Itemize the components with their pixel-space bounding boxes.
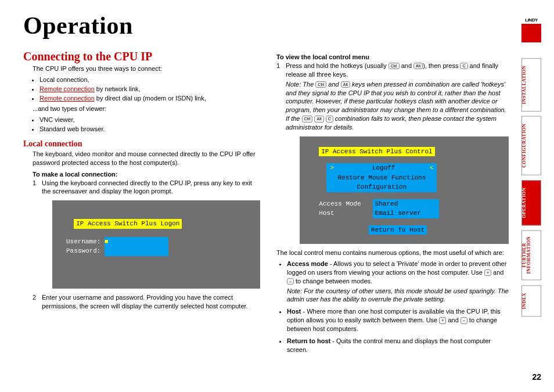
text: by network link,: [95, 85, 141, 92]
connecting-heading: Connecting to the CPU IP: [23, 50, 260, 63]
access-mode-value: Shared: [373, 199, 439, 209]
options-list: Access mode - Allows you to select a 'Pr…: [287, 260, 510, 354]
brand-text: LINDY: [521, 17, 541, 23]
password-field: [105, 246, 168, 256]
left-column: Connecting to the CPU IP The CPU IP offe…: [23, 50, 260, 358]
host-value: Email server: [373, 208, 439, 218]
intro2-text: ...and two types of viewer:: [23, 105, 260, 113]
list-item: Local connection,: [39, 75, 260, 84]
step-2: 2 Enter your username and password. Prov…: [23, 293, 260, 311]
step-number: 1: [276, 62, 282, 79]
username-label: Username:: [66, 238, 100, 245]
list-item: VNC viewer,: [39, 116, 260, 124]
connection-list: Local connection, Remote connection by n…: [39, 75, 260, 103]
post-text: The local control menu contains numerous…: [276, 249, 510, 257]
access-mode-note: Note: For the courtesy of other users, t…: [287, 287, 510, 304]
view-menu-heading: To view the local control menu: [276, 53, 510, 60]
vm-note: Note: The Ctrl and Alt keys when pressed…: [276, 80, 510, 132]
list-item: Return to host - Quits the control menu …: [287, 337, 510, 354]
tab-installation[interactable]: INSTALLATION: [521, 58, 541, 112]
step-text: Using the keyboard connected directly to…: [42, 179, 260, 196]
username-field: ■: [105, 237, 168, 247]
logoff-option: Logoff: [372, 164, 395, 171]
list-item: Remote connection by network link,: [39, 85, 260, 93]
access-mode-label: Access Mode: [319, 200, 361, 207]
brand-logo: LINDY: [521, 17, 541, 42]
minus-key-icon: –: [461, 317, 467, 323]
page-number: 22: [532, 372, 541, 382]
step-text: Enter your username and password. Provid…: [42, 293, 260, 311]
ctrl-key-icon: Ctrl: [315, 81, 326, 88]
return-option: Return To Host: [369, 225, 427, 235]
c-key-icon: C: [326, 116, 333, 122]
remote-connection-link[interactable]: Remote connection: [39, 85, 95, 92]
side-tabs: INSTALLATION CONFIGURATION OPERATION FUR…: [521, 58, 541, 317]
list-item: Remote connection by direct dial up (mod…: [39, 94, 260, 103]
return-bold: Return to host: [287, 337, 330, 344]
restore-option: Restore Mouse Functions: [326, 173, 437, 183]
local-connection-text: The keyboard, video monitor and mouse co…: [23, 150, 260, 167]
control-title: IP Access Switch Plus Control: [319, 147, 434, 157]
plus-key-icon: +: [439, 317, 446, 323]
logon-terminal: IP Access Switch Plus Logon Username: ■ …: [52, 200, 260, 289]
alt-key-icon: Alt: [413, 63, 423, 69]
minus-key-icon: –: [287, 278, 294, 285]
host-label: Host: [319, 210, 334, 217]
vm-step-1: 1 Press and hold the hotkeys (usually Ct…: [276, 62, 510, 79]
tab-configuration[interactable]: CONFIGURATION: [521, 116, 541, 175]
logon-title: IP Access Switch Plus Logon: [74, 219, 182, 229]
brand-square-icon: [521, 24, 541, 42]
text: by direct dial up (modem or ISDN) link,: [95, 95, 206, 102]
page-title: Operation: [23, 12, 510, 39]
alt-key-icon: Alt: [341, 81, 350, 88]
ctrl-key-icon: Ctrl: [388, 63, 400, 69]
plus-key-icon: +: [484, 269, 491, 276]
control-terminal: IP Access Switch Plus Control > Logoff <…: [300, 136, 509, 244]
list-item: Access mode - Allows you to select a 'Pr…: [287, 260, 510, 304]
host-bold: Host: [287, 308, 301, 315]
list-item: Host - Where more than one host computer…: [287, 307, 510, 333]
intro-text: The CPU IP offers you three ways to conn…: [23, 64, 260, 73]
right-column: To view the local control menu 1 Press a…: [276, 50, 510, 358]
c-key-icon: C: [460, 63, 467, 69]
local-connection-heading: Local connection: [23, 139, 260, 149]
tab-operation[interactable]: OPERATION: [521, 180, 541, 225]
step-1: 1 Using the keyboard connected directly …: [23, 179, 260, 196]
ctrl-key-icon: Ctrl: [302, 116, 313, 122]
tab-index[interactable]: INDEX: [521, 285, 541, 317]
remote-connection-link[interactable]: Remote connection: [39, 95, 95, 102]
access-mode-bold: Access mode: [287, 260, 328, 267]
make-local-heading: To make a local connection:: [23, 171, 260, 178]
alt-key-icon: Alt: [314, 116, 323, 122]
viewer-list: VNC viewer, Standard web browser.: [39, 116, 260, 134]
password-label: Password:: [66, 247, 100, 254]
step-number: 1: [33, 179, 38, 196]
config-option: Configuration: [326, 182, 437, 192]
list-item: Standard web browser.: [39, 125, 260, 134]
step-text: Press and hold the hotkeys (usually Ctrl…: [286, 62, 510, 79]
step-number: 2: [33, 293, 38, 311]
tab-further-information[interactable]: FURTHERINFORMATION: [521, 230, 541, 280]
